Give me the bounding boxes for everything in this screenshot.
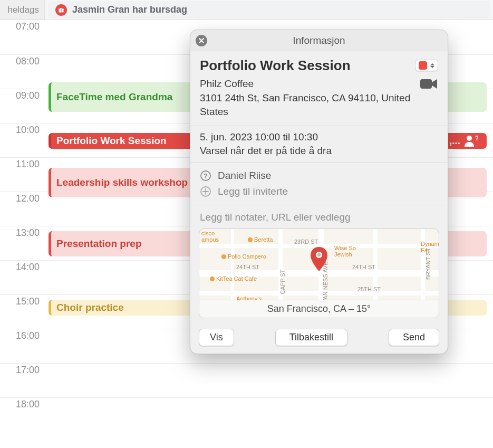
location-map[interactable]: 23RD ST 24TH ST 24TH ST 25TH ST CAPP ST … [199,228,439,318]
event-title: FaceTime med Grandma [56,91,172,103]
hour-label: 15:00 [0,295,45,307]
hour-label: 12.00 [0,192,45,204]
location-address: 3101 24th St, San Francisco, CA 94110, U… [200,92,410,118]
map-street-label: 23RD ST [294,239,318,245]
person-question-icon: ? [463,135,478,147]
view-button[interactable]: Vis [199,329,234,346]
invitee-name: Daniel Riise [218,170,271,182]
hour-label: 14:00 [0,261,45,273]
video-icon [420,78,438,90]
calendar-color-dot [419,61,427,70]
notes-field[interactable]: Legg til notater, URL eller vedlegg [190,205,448,226]
hour-label: 17:00 [0,364,45,376]
invitee-row[interactable]: ? Daniel Riise [200,168,438,184]
popover-header-title: Informasjon [293,35,345,46]
allday-event-title: Jasmin Gran har bursdag [72,4,187,15]
map-pin-icon [310,247,328,272]
map-street-label: 24TH ST [236,264,259,270]
add-invitee-row[interactable]: Legg til inviterte [200,184,438,199]
allday-event-birthday[interactable]: Jasmin Gran har bursdag [48,1,490,18]
hour-label: 10:00 [0,123,45,136]
popover-header: Informasjon [190,30,448,51]
map-street-label: 25TH ST [357,286,381,292]
event-details-popover: Informasjon Portfolio Work Session Philz… [190,30,448,354]
map-poi: Wise So Jewish [334,245,356,258]
event-attendee-status: ,... ? [446,134,481,148]
svg-point-10 [317,253,321,256]
plus-circle-icon [200,186,211,197]
location-name: Philz Coffee [200,78,254,89]
hour-label: 13:00 [0,226,45,239]
map-poi: Pollo Campero [221,253,266,260]
event-title: Portfolio Work Session [56,135,167,147]
svg-text:?: ? [204,171,208,179]
map-poi: Beretta [248,236,273,243]
hour-label: 11:00 [0,158,45,170]
hour-label: 09:00 [0,89,45,101]
facetime-button[interactable] [420,78,438,92]
send-button[interactable]: Send [389,329,439,346]
svg-rect-5 [420,79,432,89]
map-street-label: 24TH ST [352,264,375,270]
allday-label: heldags [0,0,45,20]
map-caption: San Francisco, CA – 15° [199,300,439,318]
hour-label: 07:00 [0,20,45,32]
event-title: Choir practice [56,302,124,313]
hour-slot[interactable] [45,364,493,397]
add-invitee-label: Legg til inviterte [218,186,288,197]
map-street-label: CAPP ST [279,269,286,294]
allday-row: heldags Jasmin Gran har bursdag [0,0,493,20]
popover-button-row: Vis Tilbakestill Send [190,325,448,354]
event-location[interactable]: Philz Coffee 3101 24th St, San Francisco… [200,77,420,119]
stepper-icon [430,63,434,68]
hour-label: 16:00 [0,329,45,341]
map-poi: cisco ampus [201,230,219,243]
event-title: Presentation prep [56,238,142,250]
hour-label: 08:00 [0,55,45,67]
svg-rect-2 [61,8,62,12]
calendar-picker[interactable] [415,60,438,71]
map-poi: Dynam Far [421,241,439,253]
close-button[interactable] [196,35,207,46]
gift-icon [55,4,67,16]
event-alert[interactable]: Varsel når det er på tide å dra [200,145,438,157]
event-time[interactable]: 5. jun. 2023 10:00 til 10:30 [200,131,438,143]
reset-button[interactable]: Tilbakestill [275,329,347,346]
hour-slot[interactable] [45,398,493,432]
svg-point-3 [467,136,472,141]
svg-text:?: ? [475,135,478,142]
help-circle-icon: ? [200,170,211,182]
event-title-field[interactable]: Portfolio Work Session [200,58,351,74]
event-title: Leadership skills workshop [56,177,188,188]
hour-label: 18:00 [0,398,45,410]
map-poi: KitTea Cat Cafe [210,275,257,282]
close-icon [199,38,204,43]
event-right-label: ,... [449,135,460,147]
